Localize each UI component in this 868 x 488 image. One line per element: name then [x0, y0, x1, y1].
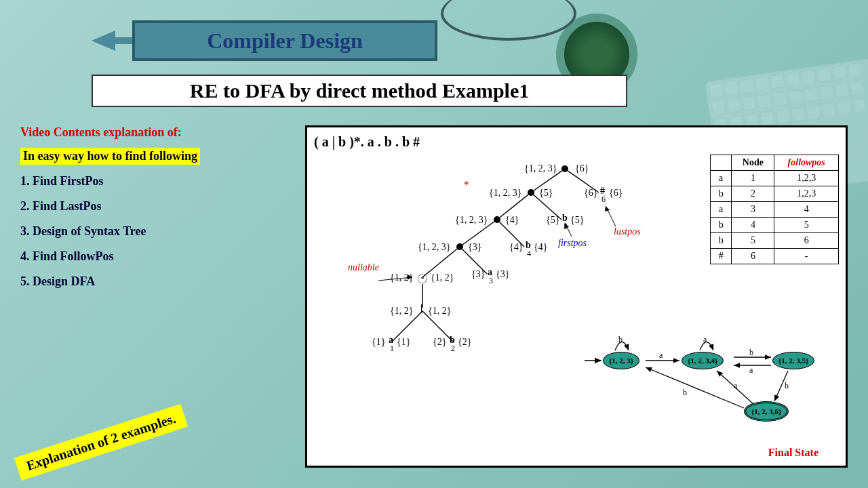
tree-label: {1}	[397, 337, 410, 348]
list-item: 5. Design DFA	[20, 274, 292, 289]
td: b	[711, 233, 732, 249]
list-item: 1. Find FirstPos	[20, 174, 292, 188]
dfa-diagram: b a a b a b b a {1, 2, 3} {1, 2, 3,4} {1…	[581, 323, 839, 459]
tree-label: {1, 2, 3}	[489, 188, 521, 199]
edge-label: b	[618, 335, 623, 345]
tree-node-icon	[494, 216, 500, 223]
td: 6	[732, 249, 774, 264]
td: 1,2,3	[774, 186, 839, 202]
dfa-state: {1, 2, 3,4}	[682, 352, 724, 369]
tree-leaf-sub: 6	[601, 195, 606, 205]
td: 2	[732, 186, 774, 202]
tree-label: {6}	[584, 188, 597, 199]
td: b	[711, 218, 732, 233]
td: a	[711, 171, 732, 186]
td: 6	[774, 233, 839, 249]
edge-label: a	[703, 335, 707, 345]
tree-label: {3}	[471, 269, 485, 280]
edge-label: a	[749, 365, 753, 375]
tree-label: {6}	[575, 163, 589, 174]
tree-label: {5}	[539, 188, 553, 199]
svg-marker-16	[605, 206, 610, 211]
subtitle-text: RE to DFA by direct method Example1	[190, 79, 530, 102]
tree-label: {1, 2}	[390, 306, 413, 317]
dfa-state: {1, 2, 3}	[603, 352, 639, 369]
tree-leaf-sub: 1	[390, 344, 394, 354]
nullable-label: nullable	[348, 262, 379, 273]
tree-node-icon	[456, 243, 463, 250]
star-node-icon: *	[418, 274, 427, 283]
svg-line-15	[606, 206, 616, 226]
th	[711, 155, 732, 171]
th: Node	[732, 155, 774, 171]
td: -	[774, 249, 839, 264]
td: #	[711, 249, 732, 264]
tree-label: {1, 2, 3}	[418, 242, 450, 253]
title-banner: Compiler Design	[132, 20, 437, 61]
list-item: 4. Find FollowPos	[20, 249, 292, 264]
tree-label: {1, 2}	[428, 306, 451, 317]
tree-leaf-sub: 4	[527, 249, 531, 259]
final-state-label: Final State	[768, 447, 818, 459]
edge-label: b	[683, 388, 687, 398]
tree-label: {3}	[468, 242, 481, 253]
tree-label: {4}	[509, 242, 523, 253]
tree-label: {5}	[570, 215, 584, 226]
tree-label: {1, 2, 3}	[455, 215, 488, 226]
td: a	[711, 202, 732, 218]
td: b	[711, 186, 732, 202]
subtitle-banner: RE to DFA by direct method Example1	[92, 75, 627, 107]
tree-label: {1, 2}	[390, 272, 413, 283]
td: 5	[732, 233, 774, 249]
tree-leaf-sub: 2	[451, 344, 455, 354]
highlight-line: In easy way how to find following	[20, 148, 200, 165]
tree-label: {4}	[505, 215, 519, 226]
tree-label: {4}	[534, 242, 547, 253]
lastpos-label: lastpos	[614, 226, 641, 237]
td: 1,2,3	[774, 171, 839, 186]
regex-expression: ( a | b )*. a . b . b #	[314, 134, 839, 150]
td: 3	[732, 202, 774, 218]
tree-label: {1, 2}	[431, 272, 454, 283]
tree-leaf-sub: 5	[564, 222, 568, 232]
edge-label: b	[785, 381, 789, 391]
cable-decoration	[441, 0, 576, 41]
examples-badge: Explanation of 2 examples.	[14, 404, 188, 481]
contents-header: Video Contents explanation of:	[20, 125, 292, 140]
tree-label: {5}	[546, 215, 559, 226]
tree-label: {2}	[433, 337, 446, 348]
dfa-final-state: {1, 2, 3,6}	[744, 401, 789, 422]
dfa-state: {1, 2, 3,5}	[772, 352, 814, 369]
tree-label: {3}	[496, 269, 509, 280]
tree-label: {1}	[372, 337, 385, 348]
edge-label: a	[659, 350, 663, 361]
firstpos-label: firstpos	[558, 238, 587, 249]
edge-label: b	[749, 348, 753, 358]
star-marker: *	[463, 179, 469, 191]
tree-label: {2}	[458, 337, 471, 348]
th: followpos	[774, 155, 839, 171]
edge-label: a	[734, 381, 737, 391]
tree-label: {1, 2, 3}	[524, 163, 557, 174]
list-item: 2. Find LastPos	[20, 199, 292, 214]
followpos-table: Node followpos a11,2,3 b21,2,3 a34 b45 b…	[710, 155, 839, 264]
td: 4	[774, 202, 839, 218]
td: 1	[732, 171, 774, 186]
title-text: Compiler Design	[207, 28, 363, 54]
content-list: Video Contents explanation of: In easy w…	[20, 125, 292, 300]
diagram-panel: ( a | b )*. a . b . b # {1, 2, 3} {6} {1…	[305, 125, 848, 468]
tree-node-icon	[561, 165, 568, 172]
td: 4	[732, 218, 774, 233]
title-arrow-icon	[92, 30, 115, 51]
tree-label: {6}	[609, 188, 623, 199]
tree-leaf-sub: 3	[489, 276, 493, 286]
tree-node-icon	[528, 189, 534, 196]
tree-or-icon: |	[420, 303, 422, 314]
list-item: 3. Design of Syntax Tree	[20, 224, 292, 239]
svg-line-23	[646, 367, 744, 408]
title-arrow-line	[115, 37, 132, 44]
td: 5	[774, 218, 839, 233]
